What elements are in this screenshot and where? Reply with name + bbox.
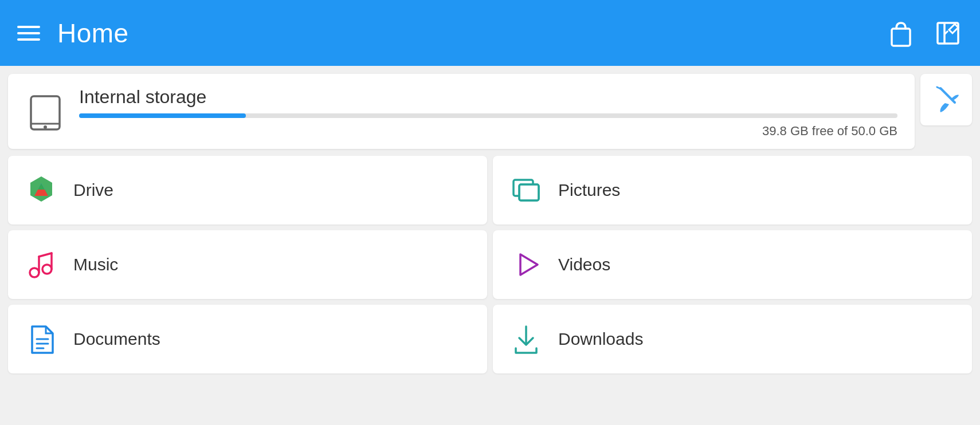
svg-point-15: [30, 268, 39, 277]
clean-storage-button[interactable]: [920, 74, 972, 125]
svg-point-6: [44, 125, 47, 129]
videos-icon: [510, 249, 542, 281]
storage-row: Internal storage 39.8 GB free of 50.0 GB: [8, 74, 972, 149]
storage-free-text: 39.8 GB free of 50.0 GB: [79, 124, 897, 139]
svg-rect-0: [892, 29, 910, 46]
storage-progress-bar: [79, 113, 897, 118]
music-label: Music: [73, 255, 118, 274]
svg-rect-13: [519, 184, 539, 200]
main-content: Internal storage 39.8 GB free of 50.0 GB: [0, 66, 980, 373]
storage-info: Internal storage 39.8 GB free of 50.0 GB: [79, 86, 897, 139]
downloads-label: Downloads: [558, 329, 643, 349]
svg-rect-1: [938, 23, 958, 44]
bag-button[interactable]: [886, 18, 916, 48]
videos-item[interactable]: Videos: [493, 230, 972, 299]
pictures-item[interactable]: Pictures: [493, 156, 972, 225]
svg-marker-20: [520, 254, 538, 275]
drive-label: Drive: [73, 180, 113, 200]
downloads-item[interactable]: Downloads: [493, 305, 972, 373]
header-actions: [886, 18, 963, 48]
menu-button[interactable]: [17, 26, 40, 41]
pictures-icon: [510, 174, 542, 206]
music-icon: [25, 249, 57, 281]
app-header: Home: [0, 0, 980, 66]
pictures-label: Pictures: [558, 180, 620, 200]
downloads-icon: [510, 323, 542, 355]
storage-progress-fill: [79, 113, 246, 118]
documents-label: Documents: [73, 329, 160, 349]
documents-icon: [25, 323, 57, 355]
page-title: Home: [57, 18, 129, 49]
documents-item[interactable]: Documents: [8, 305, 487, 373]
svg-point-16: [42, 265, 52, 274]
tablet-icon: [25, 93, 65, 133]
videos-label: Videos: [558, 255, 610, 274]
storage-name: Internal storage: [79, 86, 897, 108]
svg-line-19: [39, 253, 52, 257]
drive-icon: [25, 174, 57, 206]
music-item[interactable]: Music: [8, 230, 487, 299]
drive-item[interactable]: Drive: [8, 156, 487, 225]
edit-button[interactable]: [933, 18, 963, 48]
file-categories-grid: Drive Pictures: [8, 156, 972, 373]
internal-storage-card[interactable]: Internal storage 39.8 GB free of 50.0 GB: [8, 74, 915, 149]
